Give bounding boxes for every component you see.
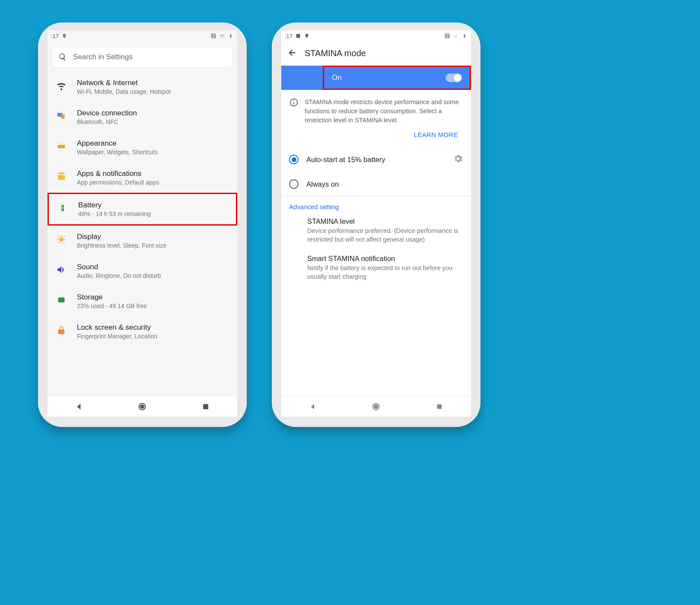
radio-label: Auto-start at 15% battery xyxy=(306,156,445,164)
stamina-toggle-row[interactable]: On xyxy=(281,66,471,90)
info-icon xyxy=(289,98,299,125)
adv-sub: Device performance preferred. (Device pe… xyxy=(307,226,463,244)
phone-stamina: :17 xyxy=(272,22,480,427)
toggle-strip xyxy=(281,66,302,90)
appearance-icon xyxy=(55,140,67,152)
radio-always-on[interactable]: Always on xyxy=(281,172,471,196)
gear-icon[interactable] xyxy=(453,153,463,166)
wifi-icon xyxy=(219,33,225,39)
settings-item-storage[interactable]: Storage 23% used - 49.14 GB free xyxy=(48,286,237,316)
back-button[interactable] xyxy=(287,48,297,59)
settings-item-sub: Wallpaper, Widgets, Shortcuts xyxy=(77,149,229,156)
radio-selected-icon xyxy=(289,155,299,164)
storage-icon xyxy=(55,294,67,306)
nav-recent-button[interactable] xyxy=(434,401,445,412)
adv-stamina-level[interactable]: STAMINA level Device performance preferr… xyxy=(281,213,471,250)
nav-recent-button[interactable] xyxy=(200,401,211,412)
settings-item-sub: Bluetooth, NFC xyxy=(77,118,229,125)
learn-more-link[interactable]: LEARN MORE xyxy=(414,131,458,138)
android-nav-bar xyxy=(281,396,471,417)
settings-item-sub: Fingerprint Manager, Location xyxy=(77,333,229,340)
adv-smart-stamina[interactable]: Smart STAMINA notification Notify if the… xyxy=(281,250,471,287)
svg-rect-14 xyxy=(296,34,300,38)
settings-item-sound[interactable]: Sound Audio, Ringtone, Do not disturb xyxy=(48,256,237,286)
status-time: :17 xyxy=(285,33,293,39)
apps-icon xyxy=(55,170,67,182)
settings-item-title: Battery xyxy=(78,201,228,210)
settings-item-sub: App permissions, Default apps xyxy=(77,179,229,186)
page-title: STAMINA mode xyxy=(305,48,366,58)
settings-item-appearance[interactable]: Appearance Wallpaper, Widgets, Shortcuts xyxy=(48,132,237,162)
settings-item-title: Display xyxy=(77,232,229,241)
svg-point-7 xyxy=(59,237,64,242)
sound-icon xyxy=(55,264,67,276)
settings-item-device-connection[interactable]: Device connection Bluetooth, NFC xyxy=(48,102,237,132)
toggle-label: On xyxy=(332,73,342,82)
svg-rect-4 xyxy=(58,143,65,145)
section-label: Advanced setting xyxy=(281,196,471,213)
android-nav-bar xyxy=(48,396,237,417)
toggle-switch[interactable] xyxy=(445,73,462,82)
phone-settings: :17 xyxy=(38,22,247,427)
nfc-icon xyxy=(210,33,216,39)
adv-title: Smart STAMINA notification xyxy=(307,255,463,263)
nfc-icon xyxy=(444,33,450,39)
settings-item-sub: 49% - 14 h 53 m remaining xyxy=(78,210,228,217)
settings-list[interactable]: Network & Internet Wi-Fi, Mobile, Data u… xyxy=(48,72,237,396)
learn-more-row: LEARN MORE xyxy=(281,127,471,146)
settings-item-title: Storage xyxy=(77,293,229,302)
image-icon xyxy=(295,33,301,39)
svg-point-18 xyxy=(293,100,294,101)
status-bar: :17 xyxy=(48,30,237,41)
nav-home-button[interactable] xyxy=(137,401,148,412)
nav-back-button[interactable] xyxy=(307,401,318,412)
search-bar-wrap: Search in Settings xyxy=(48,41,237,72)
location-icon xyxy=(61,33,67,39)
adv-sub: Notify if the battery is expected to run… xyxy=(307,264,463,281)
settings-item-title: Device connection xyxy=(77,109,229,118)
status-time: :17 xyxy=(51,33,59,39)
search-placeholder: Search in Settings xyxy=(73,53,133,61)
svg-rect-5 xyxy=(59,172,64,175)
settings-item-apps[interactable]: Apps & notifications App permissions, De… xyxy=(48,162,237,193)
svg-point-12 xyxy=(141,405,144,408)
status-bar: :17 xyxy=(281,30,471,41)
battery-icon xyxy=(57,202,69,214)
search-input[interactable]: Search in Settings xyxy=(52,47,233,67)
svg-rect-2 xyxy=(61,115,64,119)
brightness-icon xyxy=(55,233,67,245)
settings-item-network[interactable]: Network & Internet Wi-Fi, Mobile, Data u… xyxy=(48,72,237,102)
settings-item-title: Lock screen & security xyxy=(77,323,229,332)
settings-item-title: Appearance xyxy=(77,139,229,148)
svg-rect-10 xyxy=(59,301,64,302)
settings-item-title: Apps & notifications xyxy=(77,169,229,178)
settings-item-lock-security[interactable]: Lock screen & security Fingerprint Manag… xyxy=(48,316,237,347)
screen-settings: :17 xyxy=(48,30,237,417)
search-icon xyxy=(58,53,67,61)
devices-icon xyxy=(55,110,67,122)
spacer xyxy=(281,287,471,396)
nav-home-button[interactable] xyxy=(370,401,382,412)
settings-item-display[interactable]: Display Brightness level, Sleep, Font si… xyxy=(48,226,237,256)
settings-item-title: Network & Internet xyxy=(77,79,229,87)
svg-rect-21 xyxy=(437,404,442,409)
settings-item-battery[interactable]: Battery 49% - 14 h 53 m remaining xyxy=(48,193,237,226)
battery-icon xyxy=(228,33,234,39)
svg-point-20 xyxy=(375,405,378,408)
adv-title: STAMINA level xyxy=(307,217,463,226)
svg-rect-9 xyxy=(59,298,64,299)
settings-item-sub: Wi-Fi, Mobile, Data usage, Hotspot xyxy=(77,88,229,95)
svg-rect-6 xyxy=(58,175,65,180)
svg-rect-13 xyxy=(203,404,208,409)
wifi-icon xyxy=(55,80,67,92)
settings-item-sub: 23% used - 49.14 GB free xyxy=(77,302,229,309)
info-block: STAMINA mode restricts device performanc… xyxy=(281,90,471,127)
battery-icon xyxy=(461,33,468,39)
settings-item-sub: Audio, Ringtone, Do not disturb xyxy=(77,272,229,279)
radio-auto-start[interactable]: Auto-start at 15% battery xyxy=(281,146,471,172)
lock-icon xyxy=(55,324,67,336)
settings-item-title: Sound xyxy=(77,263,229,271)
nav-back-button[interactable] xyxy=(73,401,85,412)
screen-stamina: :17 xyxy=(281,30,471,417)
info-text: STAMINA mode restricts device performanc… xyxy=(305,98,463,125)
